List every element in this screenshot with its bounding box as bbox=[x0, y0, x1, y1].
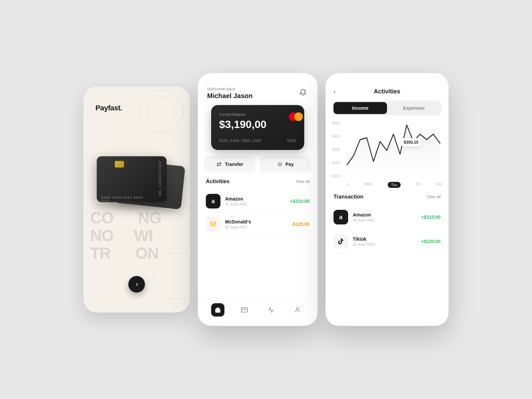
mcdonalds-name: McDonald's bbox=[225, 219, 287, 224]
chart-label-200: $200 bbox=[332, 161, 345, 165]
balance-card: Current Balance $3,190,00 5282 3456 7890… bbox=[211, 105, 304, 150]
transaction-view-all[interactable]: View all bbox=[427, 195, 441, 199]
nav-profile[interactable] bbox=[291, 303, 304, 317]
actions-row: ⇄ Transfer ⊖ Pay bbox=[198, 150, 318, 179]
amazon-date: 15 June 2021 bbox=[225, 202, 285, 206]
svg-point-3 bbox=[297, 308, 299, 310]
transaction-amazon[interactable]: a Amazon 20 June 2021 +$310.00 bbox=[333, 205, 441, 229]
chart-tooltip: $350,10 bbox=[400, 138, 422, 147]
card-holder-mini: 02/22 bbox=[101, 199, 162, 202]
day-wed[interactable]: Wed bbox=[364, 182, 372, 188]
notification-bell[interactable] bbox=[298, 87, 308, 98]
bottom-nav bbox=[198, 298, 318, 326]
transaction-section: Transaction View all a Amazon 20 June 20… bbox=[326, 191, 449, 326]
transaction-tiktok-amount: +$220.00 bbox=[421, 239, 441, 244]
transfer-button[interactable]: ⇄ Transfer bbox=[204, 156, 255, 173]
card-number-mini: 5000 0000 0000 0000 bbox=[101, 196, 162, 199]
screen-dashboard: Welcome back Michael Jason Current Balan… bbox=[198, 73, 318, 326]
amazon-info: Amazon 15 June 2021 bbox=[225, 196, 285, 206]
welcome-text: Welcome back bbox=[207, 86, 308, 91]
text-line-3: TR ON bbox=[90, 245, 183, 262]
nav-wallet[interactable] bbox=[238, 303, 251, 317]
activities-detail-title: Activities bbox=[349, 88, 425, 95]
activities-view-all[interactable]: View all bbox=[296, 179, 310, 184]
svg-rect-1 bbox=[241, 308, 247, 312]
user-name: Michael Jason bbox=[207, 92, 308, 100]
day-a[interactable]: a bbox=[347, 182, 349, 188]
mcdonalds-date: 16 June 2021 bbox=[225, 225, 287, 229]
tab-row: Income Expenses bbox=[332, 101, 442, 115]
transaction-amazon-name: Amazon bbox=[353, 212, 416, 217]
transaction-title: Transaction bbox=[333, 194, 363, 200]
transaction-tiktok-info: Tiktok 21 June 2021 bbox=[353, 236, 416, 246]
transaction-header: Transaction View all bbox=[333, 194, 441, 200]
amazon-amount: +$310.00 bbox=[290, 199, 310, 204]
chart-label-400: $400 bbox=[332, 135, 345, 138]
day-fri[interactable]: Fri bbox=[416, 182, 421, 188]
nav-chart[interactable] bbox=[264, 303, 278, 317]
screens-container: Payfast. MR. CARDHOLDER 5000 0000 0000 0… bbox=[13, 73, 519, 326]
card-chip bbox=[115, 161, 124, 168]
activity-mcdonalds[interactable]: M McDonald's 16 June 2021 -$120.00 bbox=[206, 213, 310, 236]
activities-section: Activities View all a Amazon 15 June 202… bbox=[198, 179, 318, 298]
tab-expenses[interactable]: Expenses bbox=[387, 102, 441, 114]
screen-onboarding: Payfast. MR. CARDHOLDER 5000 0000 0000 0… bbox=[83, 86, 190, 313]
activities-header: Activities View all bbox=[206, 179, 310, 185]
activity-amazon[interactable]: a Amazon 15 June 2021 +$310.00 bbox=[206, 190, 310, 213]
mcdonalds-amount: -$120.00 bbox=[291, 221, 310, 227]
balance-label: Current Balance bbox=[219, 112, 296, 116]
card-number: 5282 3456 7890 1289 bbox=[219, 139, 261, 143]
card-front: MR. CARDHOLDER 5000 0000 0000 0000 02/22 bbox=[97, 156, 167, 202]
chart-label-100: $100 bbox=[332, 174, 345, 178]
bg-decoration-circle-top2 bbox=[147, 96, 177, 126]
chart-label-500: $500 bbox=[332, 121, 345, 125]
text-line-2: NO WI bbox=[90, 227, 183, 245]
pay-icon: ⊖ bbox=[277, 161, 282, 168]
activities-detail-header: ‹ Activities bbox=[326, 73, 449, 101]
transaction-tiktok-logo bbox=[333, 234, 348, 249]
cards-stack: MR. CARDHOLDER 5000 0000 0000 0000 02/22 bbox=[97, 156, 177, 209]
brand-logo: Payfast. bbox=[95, 104, 122, 112]
text-line-1: CO NG bbox=[90, 209, 183, 227]
transaction-tiktok-name: Tiktok bbox=[353, 236, 416, 242]
day-thu[interactable]: Thu bbox=[388, 182, 401, 188]
activities-title: Activities bbox=[206, 179, 229, 185]
transfer-icon: ⇄ bbox=[216, 161, 221, 168]
amazon-name: Amazon bbox=[225, 196, 285, 201]
amazon-logo: a bbox=[206, 194, 220, 208]
tab-income[interactable]: Income bbox=[333, 102, 387, 114]
transaction-amazon-date: 20 June 2021 bbox=[353, 218, 416, 222]
mc-orange-circle bbox=[294, 112, 303, 121]
line-chart bbox=[347, 121, 442, 178]
big-text-overlay: CO NG NO WI TR ON bbox=[83, 209, 190, 262]
mcdonalds-logo: M bbox=[206, 217, 220, 231]
chart-day-labels: a Wed Thu Fri Sat bbox=[347, 182, 442, 188]
transaction-amazon-amount: +$310.00 bbox=[421, 214, 441, 220]
transfer-label: Transfer bbox=[225, 162, 243, 167]
day-sat[interactable]: Sat bbox=[436, 182, 442, 188]
card-expiry: 09/25 bbox=[287, 139, 296, 143]
mcdonalds-info: McDonald's 16 June 2021 bbox=[225, 219, 287, 229]
next-button[interactable] bbox=[128, 276, 145, 293]
chart-y-labels: $500 $400 $300 $200 $100 bbox=[332, 121, 345, 178]
transaction-amazon-logo: a bbox=[333, 210, 348, 224]
transaction-amazon-info: Amazon 20 June 2021 bbox=[353, 212, 416, 222]
svg-point-0 bbox=[304, 90, 306, 92]
chart-svg-wrapper bbox=[347, 121, 442, 178]
mastercard-icon bbox=[289, 112, 303, 121]
chart-area: $500 $400 $300 $200 $100 bbox=[332, 121, 442, 188]
pay-button[interactable]: ⊖ Pay bbox=[260, 156, 311, 173]
screen-activities: ‹ Activities Income Expenses $500 $400 $… bbox=[326, 73, 449, 326]
pay-label: Pay bbox=[286, 162, 294, 167]
back-button[interactable]: ‹ bbox=[333, 88, 344, 95]
balance-amount: $3,190,00 bbox=[219, 118, 296, 131]
transaction-tiktok[interactable]: Tiktok 21 June 2021 +$220.00 bbox=[333, 229, 441, 254]
nav-home[interactable] bbox=[211, 303, 224, 317]
card-holder-text: MR. CARDHOLDER bbox=[158, 161, 162, 196]
transaction-tiktok-date: 21 June 2021 bbox=[353, 242, 416, 246]
chart-label-300: $300 bbox=[332, 148, 345, 152]
